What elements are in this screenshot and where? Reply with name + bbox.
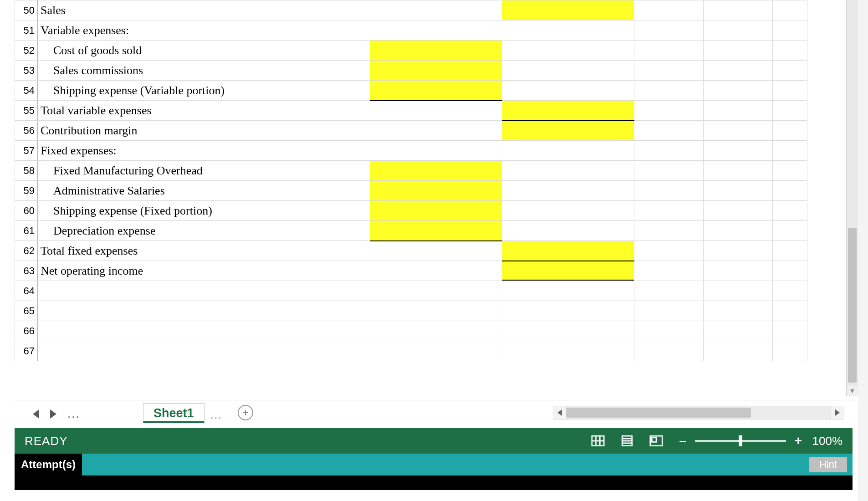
cell[interactable] xyxy=(773,161,807,181)
cell-label[interactable]: Administrative Salaries xyxy=(38,181,370,201)
horizontal-scrollbar[interactable] xyxy=(553,406,844,419)
row-number[interactable]: 64 xyxy=(15,281,38,301)
hint-button[interactable]: Hint xyxy=(809,457,847,472)
spreadsheet-grid[interactable]: 50Sales51Variable expenses:52Cost of goo… xyxy=(15,0,807,361)
cell[interactable] xyxy=(773,81,807,101)
cell[interactable] xyxy=(634,221,704,241)
cell[interactable] xyxy=(773,301,807,321)
zoom-out-button[interactable]: – xyxy=(678,434,688,448)
cell[interactable] xyxy=(773,141,807,161)
cell[interactable] xyxy=(634,321,704,341)
row-number[interactable]: 63 xyxy=(15,261,38,281)
cell-label[interactable] xyxy=(38,281,370,301)
cell[interactable] xyxy=(502,41,634,61)
cell[interactable] xyxy=(634,141,704,161)
cell[interactable] xyxy=(704,201,773,221)
cell[interactable] xyxy=(773,341,807,361)
cell-label[interactable]: Contribution margin xyxy=(38,121,370,141)
cell[interactable] xyxy=(704,341,773,361)
row-number[interactable]: 62 xyxy=(15,241,38,261)
cell[interactable] xyxy=(704,81,773,101)
row-number[interactable]: 52 xyxy=(15,41,38,61)
cell[interactable] xyxy=(704,301,773,321)
cell-label[interactable]: Sales commissions xyxy=(38,61,370,81)
cell[interactable] xyxy=(704,20,773,41)
cell[interactable] xyxy=(704,281,773,301)
scroll-right-button[interactable] xyxy=(831,406,844,419)
row-number[interactable]: 60 xyxy=(15,201,38,221)
cell[interactable] xyxy=(704,0,773,20)
cell[interactable] xyxy=(370,261,502,281)
cell[interactable] xyxy=(370,61,502,81)
cell-label[interactable]: Total variable expenses xyxy=(38,101,370,121)
cell[interactable] xyxy=(773,0,807,20)
cell[interactable] xyxy=(370,41,502,61)
scroll-down-button[interactable]: ▼ xyxy=(847,386,858,396)
row-number[interactable]: 67 xyxy=(15,341,38,361)
cell[interactable] xyxy=(370,81,502,101)
cell-label[interactable]: Fixed expenses: xyxy=(38,141,370,161)
vertical-scrollbar[interactable]: ▼ xyxy=(846,0,858,396)
sheet-tab-active[interactable]: Sheet1 xyxy=(143,403,204,423)
cell[interactable] xyxy=(634,261,704,281)
cell[interactable] xyxy=(502,281,634,301)
cell[interactable] xyxy=(704,61,773,81)
cell[interactable] xyxy=(704,181,773,201)
cell-label[interactable]: Total fixed expenses xyxy=(38,241,370,261)
cell[interactable] xyxy=(502,301,634,321)
cell[interactable] xyxy=(370,281,502,301)
cell[interactable] xyxy=(773,121,807,141)
cell[interactable] xyxy=(704,241,773,261)
tab-nav-more-icon[interactable]: ... xyxy=(67,407,80,421)
cell[interactable] xyxy=(502,121,634,141)
cell[interactable] xyxy=(634,0,704,20)
cell[interactable] xyxy=(502,20,634,41)
cell-label[interactable]: Sales xyxy=(38,0,370,20)
cell[interactable] xyxy=(704,221,773,241)
row-number[interactable]: 55 xyxy=(15,101,38,121)
cell[interactable] xyxy=(370,241,502,261)
cell[interactable] xyxy=(634,301,704,321)
cell[interactable] xyxy=(502,241,634,261)
cell[interactable] xyxy=(704,261,773,281)
add-sheet-button[interactable]: + xyxy=(238,405,253,420)
cell[interactable] xyxy=(502,0,634,20)
row-number[interactable]: 57 xyxy=(15,141,38,161)
cell[interactable] xyxy=(370,161,502,181)
row-number[interactable]: 65 xyxy=(15,301,38,321)
cell[interactable] xyxy=(704,141,773,161)
cell[interactable] xyxy=(634,61,704,81)
cell[interactable] xyxy=(502,201,634,221)
cell[interactable] xyxy=(773,101,807,121)
cell[interactable] xyxy=(502,221,634,241)
cell[interactable] xyxy=(773,261,807,281)
cell[interactable] xyxy=(370,221,502,241)
cell[interactable] xyxy=(704,101,773,121)
horizontal-scrollbar-track[interactable] xyxy=(567,406,831,419)
cell[interactable] xyxy=(634,20,704,41)
cell[interactable] xyxy=(502,101,634,121)
cell[interactable] xyxy=(370,321,502,341)
cell[interactable] xyxy=(704,161,773,181)
row-number[interactable]: 54 xyxy=(15,81,38,101)
cell[interactable] xyxy=(502,181,634,201)
cell[interactable] xyxy=(502,141,634,161)
cell[interactable] xyxy=(773,20,807,41)
row-number[interactable]: 59 xyxy=(15,181,38,201)
vertical-scrollbar-thumb[interactable] xyxy=(848,228,857,383)
cell[interactable] xyxy=(773,181,807,201)
cell[interactable] xyxy=(634,241,704,261)
cell[interactable] xyxy=(502,81,634,101)
cell[interactable] xyxy=(370,201,502,221)
cell[interactable] xyxy=(502,321,634,341)
cell-label[interactable] xyxy=(38,301,370,321)
cell[interactable] xyxy=(502,261,634,281)
row-number[interactable]: 51 xyxy=(15,20,38,41)
row-number[interactable]: 53 xyxy=(15,61,38,81)
row-number[interactable]: 58 xyxy=(15,161,38,181)
cell-label[interactable]: Depreciation expense xyxy=(38,221,370,241)
cell[interactable] xyxy=(773,321,807,341)
cell-label[interactable]: Variable expenses: xyxy=(38,20,370,41)
zoom-slider[interactable] xyxy=(695,440,786,442)
cell[interactable] xyxy=(773,201,807,221)
